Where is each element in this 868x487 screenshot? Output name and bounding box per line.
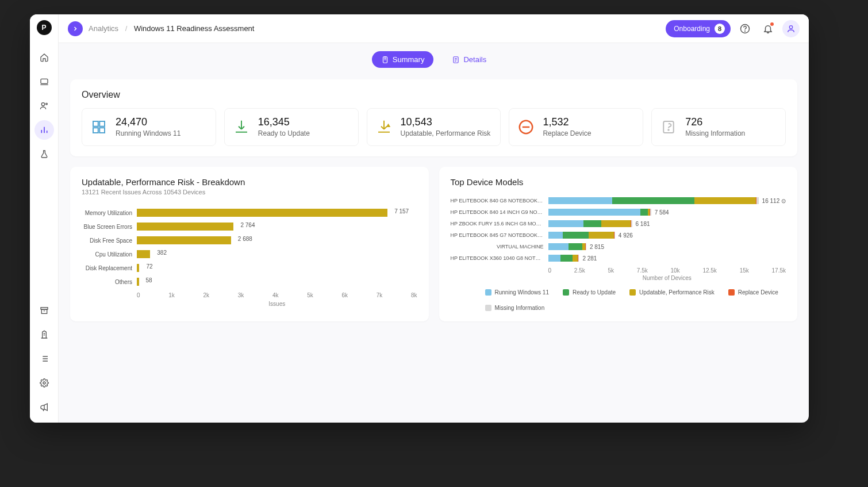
stacked-segment[interactable] — [612, 197, 694, 204]
stacked-segment[interactable] — [548, 197, 612, 204]
stacked-bar-total: 2 815 — [590, 244, 604, 250]
bar-fill[interactable] — [137, 236, 231, 244]
top-models-legend: Running Windows 11Ready to UpdateUpdatab… — [485, 289, 786, 311]
bar-fill[interactable] — [137, 250, 150, 258]
breadcrumb-current: Windows 11 Readiness Assessment — [134, 24, 255, 33]
stat-card[interactable]: 16,345 Ready to Update — [224, 108, 359, 146]
stat-label: Replace Device — [543, 129, 591, 137]
stacked-segment[interactable] — [694, 197, 756, 204]
stacked-segment[interactable] — [563, 232, 589, 239]
stacked-bar-total: 2 281 — [582, 255, 597, 262]
stacked-segment[interactable] — [548, 220, 583, 227]
legend-label: Replace Device — [738, 289, 778, 296]
onboarding-button[interactable]: Onboarding 8 — [666, 20, 731, 37]
nav-lab-icon[interactable] — [34, 144, 54, 164]
stat-value: 10,543 — [401, 117, 491, 127]
breadcrumb-separator: / — [125, 24, 128, 33]
bar-fill[interactable] — [137, 223, 233, 231]
legend-label: Missing Information — [495, 305, 545, 311]
stacked-bar-row: HP ELITEBOOK 845 G7 NOTEBOOK PC 4 926 — [451, 229, 786, 241]
chart-bar-row: Disk Replacement 72 — [82, 261, 417, 275]
bar-label: Others — [82, 279, 137, 285]
axis-tick: 10k — [671, 267, 680, 274]
stat-card[interactable]: 1,532 Replace Device — [509, 108, 643, 146]
legend-item[interactable]: Running Windows 11 — [485, 289, 550, 296]
legend-item[interactable]: Missing Information — [485, 305, 545, 311]
axis-tick: 17.5k — [772, 267, 786, 274]
user-avatar[interactable] — [782, 20, 800, 37]
axis-tick: 4k — [272, 292, 279, 298]
nav-devices-icon[interactable] — [34, 72, 54, 91]
stacked-segment[interactable] — [548, 209, 641, 216]
stacked-segment[interactable] — [548, 243, 569, 250]
tab-details[interactable]: Details — [443, 51, 496, 68]
bar-value: 58 — [143, 277, 152, 283]
stacked-segment[interactable] — [578, 255, 579, 262]
legend-item[interactable]: Replace Device — [728, 289, 778, 296]
svg-point-17 — [668, 129, 669, 131]
stacked-segment[interactable] — [569, 243, 582, 250]
nav-announce-icon[interactable] — [34, 397, 54, 417]
bar-label: Memory Utilization — [82, 210, 137, 216]
nav-archive-icon[interactable] — [34, 301, 54, 320]
axis-tick: 0 — [548, 267, 552, 274]
stat-value: 726 — [685, 117, 745, 127]
stacked-bar-label: VIRTUAL MACHINE — [451, 244, 548, 250]
nav-home-icon[interactable] — [34, 48, 54, 67]
stacked-segment[interactable] — [560, 255, 573, 262]
bar-fill[interactable] — [137, 264, 139, 272]
legend-item[interactable]: Ready to Update — [563, 289, 616, 296]
nav-settings-icon[interactable] — [34, 373, 54, 393]
axis-tick: 8k — [411, 292, 417, 298]
bar-fill[interactable] — [137, 209, 387, 217]
notifications-icon[interactable] — [759, 20, 777, 37]
stacked-bar-label: HP ELITEBOOK 840 14 INCH G9 NOTEBO… — [451, 209, 548, 215]
stat-label: Missing Information — [685, 129, 745, 137]
help-icon[interactable] — [736, 20, 754, 37]
stacked-segment[interactable] — [601, 220, 631, 227]
top-models-axis: 02.5k5k7.5k10k12.5k15k17.5k — [548, 267, 786, 274]
tab-summary-label: Summary — [393, 55, 425, 64]
stacked-segment[interactable] — [631, 220, 632, 227]
stat-icon — [516, 117, 536, 137]
stacked-segment[interactable] — [586, 243, 586, 250]
stacked-segment[interactable] — [640, 209, 648, 216]
stacked-segment[interactable] — [650, 209, 651, 216]
stat-card[interactable]: 10,543 Updatable, Performance Risk — [367, 108, 501, 146]
nav-list-icon[interactable] — [34, 349, 54, 369]
chart-bar-row: Disk Free Space 2 688 — [82, 233, 417, 247]
stacked-segment[interactable] — [589, 232, 613, 239]
nav-analytics-icon[interactable] — [34, 120, 54, 140]
legend-item[interactable]: Updatable, Performance Risk — [629, 289, 715, 296]
tab-summary[interactable]: Summary — [372, 51, 434, 68]
notification-dot — [770, 22, 774, 26]
stacked-segment[interactable] — [614, 232, 615, 239]
stacked-bar-label: HP ELITEBOOK 845 G7 NOTEBOOK PC — [451, 232, 548, 238]
stacked-segment[interactable] — [548, 255, 560, 262]
svg-point-5 — [43, 382, 45, 384]
axis-tick: 15k — [740, 267, 749, 274]
nav-users-icon[interactable] — [34, 96, 54, 116]
stacked-segment[interactable] — [573, 255, 578, 262]
stat-card[interactable]: 24,470 Running Windows 11 — [82, 108, 216, 146]
bar-label: Disk Replacement — [82, 265, 137, 271]
back-button[interactable] — [68, 21, 83, 36]
stat-card[interactable]: 726 Missing Information — [651, 108, 786, 146]
bar-fill[interactable] — [137, 278, 139, 286]
svg-rect-14 — [99, 128, 105, 133]
tabs: Summary Details — [59, 43, 809, 74]
svg-rect-0 — [41, 79, 48, 83]
axis-tick: 3k — [238, 292, 244, 298]
axis-tick: 5k — [307, 292, 313, 298]
stacked-segment[interactable] — [548, 232, 563, 239]
overview-stats: 24,470 Running Windows 11 16,345 Ready t… — [82, 108, 786, 146]
bar-value: 2 764 — [237, 222, 255, 228]
stacked-segment[interactable] — [583, 220, 601, 227]
nav-building-icon[interactable] — [34, 325, 54, 344]
svg-point-7 — [745, 30, 746, 31]
stat-icon — [659, 117, 678, 137]
breadcrumb-parent[interactable]: Analytics — [89, 24, 118, 33]
stacked-segment[interactable] — [756, 197, 758, 204]
legend-swatch — [728, 289, 735, 296]
breakdown-card: Updatable, Performance Risk - Breakdown … — [70, 167, 429, 321]
